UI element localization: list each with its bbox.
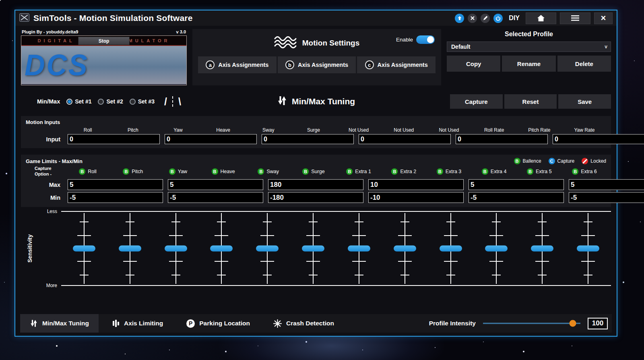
sensitivity-slider-1[interactable] [118,213,142,284]
sensitivity-slider-handle[interactable] [73,246,95,252]
set-3-label: Set #3 [138,98,155,105]
min-input-field-5[interactable] [569,192,644,203]
axis-assignments-b-button[interactable]: b Axis Assignments [278,56,356,73]
tick-mark [80,221,89,222]
tick-mark [584,221,592,222]
sensitivity-slider-handle[interactable] [577,246,599,252]
close-button[interactable]: × [594,12,613,24]
motion-input-field-3[interactable] [359,134,451,144]
capture-option-column-3[interactable]: BHeave [203,168,244,175]
profile-dropdown[interactable]: Default v [447,41,611,52]
min-input-field-2[interactable] [268,192,363,203]
sensitivity-slider-handle[interactable] [531,246,553,252]
home-button[interactable] [526,12,556,24]
capture-option-column-0[interactable]: BRoll [68,168,108,175]
capture-option-column-4[interactable]: BSway [248,168,289,175]
motion-input-field-5[interactable] [553,134,644,144]
sensitivity-slider-5[interactable] [301,213,325,284]
copy-button[interactable]: Copy [447,56,500,72]
tab-minmax-tuning[interactable]: Min/Max Tuning [20,314,99,333]
max-input-field-2[interactable] [268,179,363,190]
update-icon[interactable] [455,14,464,23]
capture-option-column-1[interactable]: BPitch [113,168,153,175]
set-radio-1[interactable] [98,99,104,105]
axis-assignments-a-button[interactable]: a Axis Assignments [198,56,277,73]
dashed-line-icon[interactable] [172,96,173,107]
sensitivity-slider-4[interactable] [255,213,279,284]
edit-icon[interactable] [481,14,490,23]
min-input-field-4[interactable] [469,192,564,203]
enable-toggle[interactable] [416,35,435,44]
max-input-field-4[interactable] [469,179,564,190]
motion-input-field-0[interactable] [68,134,160,144]
capture-option-column-7[interactable]: BExtra 2 [384,168,424,175]
max-input-field-0[interactable] [68,179,163,190]
motion-input-field-2[interactable] [262,134,354,144]
capture-option-column-11[interactable]: BExtra 6 [564,168,605,175]
sensitivity-slider-0[interactable] [72,213,96,284]
capture-option-column-10[interactable]: BExtra 5 [519,168,559,175]
sensitivity-slider-handle[interactable] [119,246,141,252]
balance-badge-icon: B [79,168,85,175]
sensitivity-slider-10[interactable] [530,213,554,284]
chevron-down-icon: v [605,42,607,52]
motion-input-field-1[interactable] [165,134,257,144]
stop-button[interactable]: Stop [78,37,130,45]
slash-icon[interactable]: / [164,96,167,108]
sensitivity-slider-7[interactable] [393,213,417,284]
sensitivity-slider-handle[interactable] [440,246,462,252]
sensitivity-slider-handle[interactable] [348,246,370,252]
profile-intensity-slider[interactable] [483,320,580,327]
sensitivity-slider-8[interactable] [439,213,463,284]
sensitivity-slider-handle[interactable] [256,246,279,252]
sensitivity-slider-6[interactable] [347,213,371,284]
capture-option-column-8[interactable]: BExtra 3 [429,168,469,175]
set-1-option[interactable]: Set #1 [66,98,91,105]
capture-option-column-5[interactable]: BSurge [293,168,334,175]
sensitivity-slider-2[interactable] [164,213,188,284]
tab-axis-limiting[interactable]: Axis Limiting [103,314,173,333]
min-input-field-3[interactable] [368,192,464,203]
column-label: Extra 5 [536,169,552,174]
tab-crash-detection[interactable]: Crash Detection [264,314,344,333]
delete-button[interactable]: Delete [557,56,611,72]
max-input-field-3[interactable] [368,179,464,190]
capture-option-column-6[interactable]: BExtra 1 [339,168,379,175]
min-input-field-1[interactable] [168,192,263,203]
power-icon[interactable] [493,14,503,23]
motion-input-field-4[interactable] [456,134,548,144]
selected-profile-panel: Selected Profile Default v Copy Rename D… [447,29,611,85]
sensitivity-slider-11[interactable] [576,213,600,284]
capture-option-column-2[interactable]: BYaw [158,168,198,175]
set-3-option[interactable]: Set #3 [130,98,155,105]
sensitivity-slider-cell-10 [522,213,563,284]
rename-button[interactable]: Rename [502,56,555,72]
input-column-label-6: Not Used [339,127,379,133]
set-2-option[interactable]: Set #2 [98,98,123,105]
menu-button[interactable] [560,12,590,24]
tick-mark [263,221,272,222]
capture-option-column-9[interactable]: BExtra 4 [474,168,514,175]
axis-assignments-c-button[interactable]: c Axis Assignments [357,56,436,73]
save-button[interactable]: Save [558,94,611,109]
sensitivity-slider-handle[interactable] [394,246,416,252]
sensitivity-slider-3[interactable] [209,213,233,284]
capture-button[interactable]: Capture [450,94,503,109]
set-radio-2[interactable] [130,99,136,105]
fan-icon[interactable] [468,14,477,23]
sensitivity-slider-handle[interactable] [302,246,324,252]
sensitivity-slider-handle[interactable] [485,246,508,252]
profile-intensity-handle[interactable] [569,320,576,327]
reset-button[interactable]: Reset [504,94,557,109]
game-limits-section: Game Limits - Max/Min B Ballence C Captu… [21,155,611,207]
backslash-icon[interactable]: \ [178,96,181,108]
set-radio-0[interactable] [66,99,72,105]
sensitivity-slider-9[interactable] [484,213,508,284]
min-input-field-0[interactable] [68,192,163,203]
sensitivity-slider-handle[interactable] [210,246,233,252]
max-input-field-5[interactable] [569,179,644,190]
balance-badge-icon: B [572,168,578,175]
max-input-field-1[interactable] [168,179,263,190]
tab-parking-location[interactable]: P Parking Location [177,314,260,333]
sensitivity-slider-handle[interactable] [165,246,187,252]
